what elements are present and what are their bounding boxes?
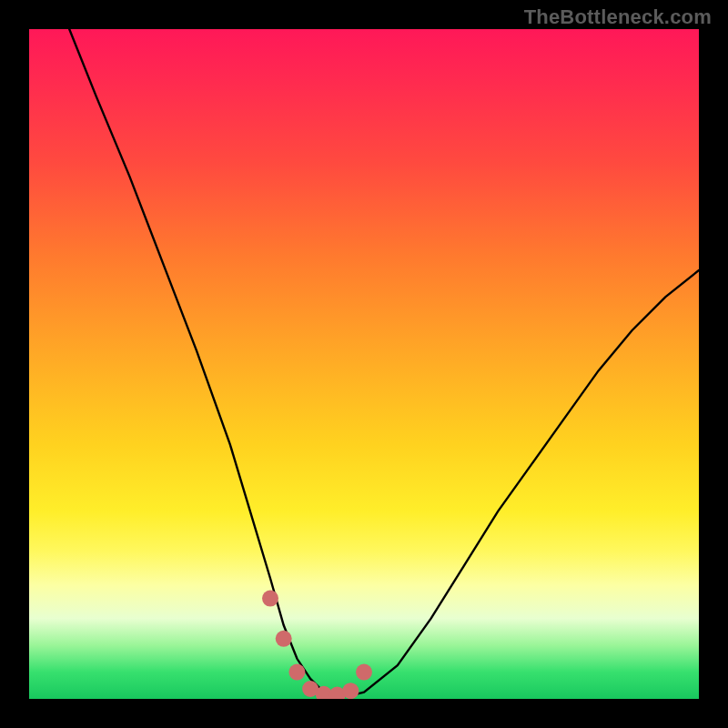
bottleneck-curve <box>69 29 699 695</box>
highlight-dot <box>342 682 359 699</box>
highlight-dot <box>276 631 292 647</box>
plot-area <box>29 29 699 699</box>
highlight-dot <box>356 664 372 681</box>
highlight-dot <box>262 591 278 607</box>
curve-layer <box>29 29 699 699</box>
watermark-label: TheBottleneck.com <box>524 5 712 29</box>
chart-frame: TheBottleneck.com <box>0 0 728 728</box>
highlight-dot <box>288 664 305 681</box>
